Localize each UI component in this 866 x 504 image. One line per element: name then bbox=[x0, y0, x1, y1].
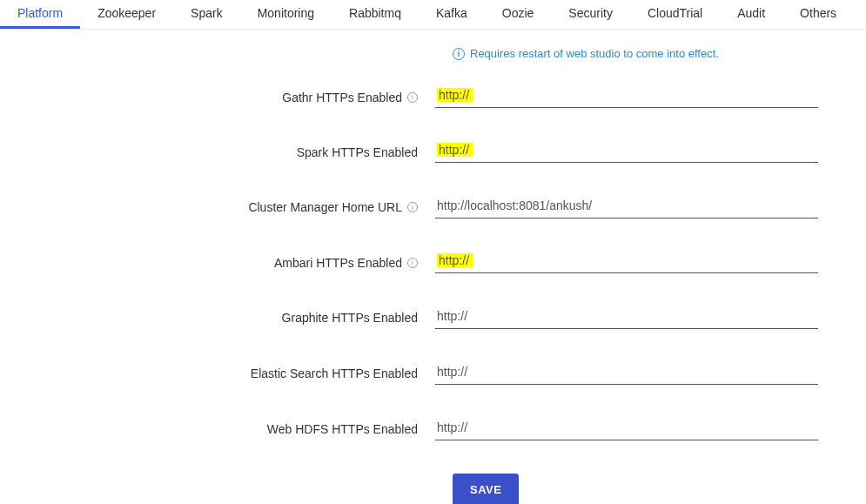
row-spark-https: Spark HTTPs Enabled http:// bbox=[0, 141, 866, 163]
tab-audit[interactable]: Audit bbox=[720, 0, 782, 29]
tab-rabbitmq[interactable]: Rabbitmq bbox=[332, 0, 419, 29]
info-icon: i bbox=[453, 48, 465, 60]
input-cluster-manager[interactable] bbox=[435, 196, 818, 218]
label-text: Spark HTTPs Enabled bbox=[297, 145, 418, 159]
tab-platform[interactable]: Platform bbox=[0, 0, 80, 29]
highlight-text: http:// bbox=[437, 88, 473, 102]
highlight-text: http:// bbox=[437, 143, 473, 157]
row-gathr-https: Gathr HTTPs Enabled i http:// bbox=[0, 86, 866, 108]
form-content: i Requires restart of web studio to come… bbox=[0, 30, 866, 504]
notice-text: Requires restart of web studio to come i… bbox=[470, 47, 719, 60]
tab-monitoring[interactable]: Monitoring bbox=[240, 0, 332, 29]
input-ambari-https[interactable]: http:// bbox=[435, 252, 818, 273]
label-text: Elastic Search HTTPs Enabled bbox=[251, 366, 418, 380]
restart-notice: i Requires restart of web studio to come… bbox=[453, 47, 866, 60]
input-elastic-https[interactable] bbox=[435, 362, 818, 385]
highlight-text: http:// bbox=[437, 253, 473, 267]
label-spark-https: Spark HTTPs Enabled bbox=[0, 145, 435, 159]
info-icon[interactable]: i bbox=[407, 258, 418, 268]
label-ambari-https: Ambari HTTPs Enabled i bbox=[0, 256, 435, 270]
row-cluster-manager: Cluster Manager Home URL i bbox=[0, 196, 866, 218]
tab-spark[interactable]: Spark bbox=[173, 0, 240, 29]
label-elastic-https: Elastic Search HTTPs Enabled bbox=[0, 366, 435, 380]
input-gathr-https[interactable]: http:// bbox=[435, 86, 818, 108]
tab-cloudtrial[interactable]: CloudTrial bbox=[630, 0, 720, 29]
label-text: Cluster Manager Home URL bbox=[248, 200, 402, 214]
info-icon[interactable]: i bbox=[407, 92, 418, 103]
row-webhdfs-https: Web HDFS HTTPs Enabled bbox=[0, 418, 866, 440]
label-cluster-manager: Cluster Manager Home URL i bbox=[0, 200, 435, 214]
tab-kafka[interactable]: Kafka bbox=[419, 0, 485, 29]
input-spark-https[interactable]: http:// bbox=[435, 141, 818, 163]
row-ambari-https: Ambari HTTPs Enabled i http:// bbox=[0, 252, 866, 273]
input-graphite-https[interactable] bbox=[435, 306, 818, 329]
tab-zookeeper[interactable]: Zookeeper bbox=[80, 0, 173, 29]
tab-security[interactable]: Security bbox=[551, 0, 630, 29]
label-text: Graphite HTTPs Enabled bbox=[282, 311, 418, 325]
label-text: Ambari HTTPs Enabled bbox=[274, 256, 402, 270]
label-webhdfs-https: Web HDFS HTTPs Enabled bbox=[0, 422, 435, 436]
row-graphite-https: Graphite HTTPs Enabled bbox=[0, 306, 866, 329]
row-elastic-https: Elastic Search HTTPs Enabled bbox=[0, 362, 866, 385]
label-gathr-https: Gathr HTTPs Enabled i bbox=[0, 91, 435, 104]
save-button[interactable]: SAVE bbox=[453, 474, 519, 504]
tab-bar: Platform Zookeeper Spark Monitoring Rabb… bbox=[0, 0, 866, 30]
label-text: Gathr HTTPs Enabled bbox=[282, 91, 402, 104]
info-icon[interactable]: i bbox=[407, 202, 418, 212]
tab-others[interactable]: Others bbox=[782, 0, 854, 29]
label-graphite-https: Graphite HTTPs Enabled bbox=[0, 311, 435, 325]
save-row: SAVE bbox=[0, 474, 866, 504]
label-text: Web HDFS HTTPs Enabled bbox=[267, 422, 418, 436]
tab-oozie[interactable]: Oozie bbox=[485, 0, 552, 29]
input-webhdfs-https[interactable] bbox=[435, 418, 818, 440]
